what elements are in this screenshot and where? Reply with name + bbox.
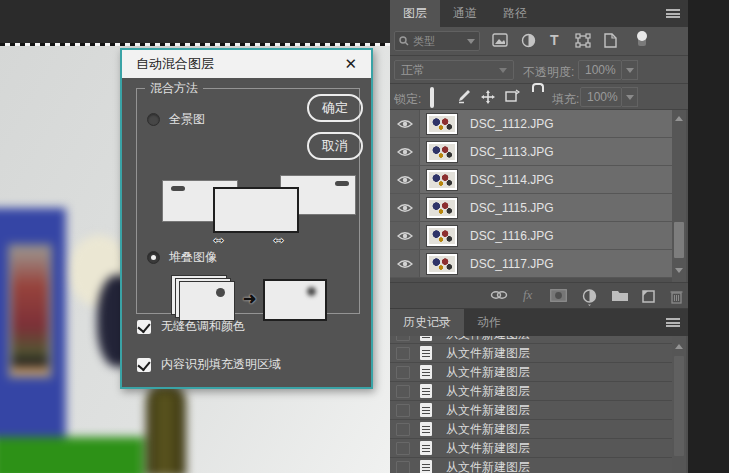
close-icon[interactable]: ✕ — [340, 55, 361, 73]
layer-thumbnail[interactable] — [426, 113, 458, 135]
link-layers-icon[interactable] — [490, 289, 508, 301]
tab-actions[interactable]: 动作 — [464, 309, 514, 336]
lock-row: 锁定: 填充: 100% — [390, 84, 688, 110]
layer-name[interactable]: DSC_1112.JPG — [470, 117, 554, 131]
filter-type-layers-icon[interactable]: T — [550, 32, 559, 48]
scroll-down-icon[interactable] — [675, 268, 683, 273]
layer-row[interactable]: DSC_1115.JPG — [390, 194, 672, 222]
layers-scrollbar[interactable] — [672, 110, 686, 282]
layer-name[interactable]: DSC_1113.JPG — [470, 145, 554, 159]
scroll-up-icon[interactable] — [675, 116, 683, 121]
lock-artboard-icon[interactable] — [504, 89, 520, 104]
panel-stack: 图层 通道 路径 类型 T 正常 — [390, 0, 688, 473]
history-step[interactable]: 从文件新建图层 — [390, 420, 672, 439]
filter-shape-layers-icon[interactable] — [575, 33, 591, 48]
radio-panorama[interactable]: 全景图 — [147, 111, 205, 128]
history-source-well[interactable] — [396, 404, 410, 417]
scroll-up-icon[interactable] — [675, 344, 683, 349]
history-source-well[interactable] — [396, 385, 410, 398]
checkbox-content-aware-box[interactable] — [137, 358, 151, 372]
blend-mode-select[interactable]: 正常 — [394, 60, 514, 80]
ok-button[interactable]: 确定 — [307, 94, 363, 122]
layer-name[interactable]: DSC_1116.JPG — [470, 229, 554, 243]
layer-row[interactable]: DSC_1112.JPG — [390, 110, 672, 138]
history-step-icon — [420, 422, 432, 436]
history-step[interactable]: 从文件新建图层 — [390, 458, 672, 473]
layer-name[interactable]: DSC_1114.JPG — [470, 173, 554, 187]
pano-photo-center — [213, 187, 299, 233]
fill-label: 填充: — [552, 91, 579, 108]
visibility-toggle[interactable] — [390, 110, 420, 137]
blend-method-label: 混合方法 — [145, 80, 203, 97]
panel-menu-icon[interactable] — [666, 9, 680, 18]
history-source-well[interactable] — [396, 336, 410, 341]
layer-row[interactable]: DSC_1114.JPG — [390, 166, 672, 194]
filter-toggle-icon[interactable] — [636, 30, 648, 48]
tab-channels[interactable]: 通道 — [440, 0, 490, 27]
fill-dropdown-button[interactable] — [622, 87, 638, 107]
visibility-toggle[interactable] — [390, 166, 420, 193]
checkbox-content-aware[interactable]: 内容识别填充透明区域 — [137, 356, 281, 373]
fill-input[interactable]: 100% — [580, 87, 622, 107]
checkbox-seamless-box[interactable] — [137, 320, 151, 334]
layer-thumbnail[interactable] — [426, 253, 458, 275]
history-source-well[interactable] — [396, 366, 410, 379]
adjustment-layer-icon[interactable] — [582, 289, 597, 306]
layer-name[interactable]: DSC_1117.JPG — [470, 257, 554, 271]
visibility-toggle[interactable] — [390, 138, 420, 165]
layer-thumbnail[interactable] — [426, 225, 458, 247]
scrollbar-thumb[interactable] — [674, 356, 684, 456]
layer-row[interactable]: DSC_1113.JPG — [390, 138, 672, 166]
history-source-well[interactable] — [396, 347, 410, 360]
history-step-icon — [420, 365, 432, 379]
layer-thumbnail[interactable] — [426, 169, 458, 191]
history-step[interactable]: 从文件新建图层 — [390, 344, 672, 363]
layer-row[interactable]: DSC_1117.JPG — [390, 250, 672, 278]
lock-image-pixels-icon[interactable] — [456, 89, 471, 104]
delete-layer-icon[interactable] — [670, 289, 683, 304]
layer-style-icon[interactable]: fx — [523, 287, 532, 303]
layer-name[interactable]: DSC_1115.JPG — [470, 201, 554, 215]
opacity-dropdown-button[interactable] — [622, 60, 638, 80]
history-step[interactable]: 从文件新建图层 — [390, 382, 672, 401]
history-source-well[interactable] — [396, 461, 410, 473]
tab-paths[interactable]: 路径 — [490, 0, 540, 27]
tab-layers[interactable]: 图层 — [390, 0, 440, 27]
filter-smart-objects-icon[interactable] — [604, 33, 617, 48]
new-layer-icon[interactable] — [641, 289, 656, 304]
filter-adjustment-layers-icon[interactable] — [521, 33, 536, 48]
history-step[interactable]: 从文件新建图层 — [390, 336, 672, 344]
visibility-toggle[interactable] — [390, 250, 420, 277]
tab-history[interactable]: 历史记录 — [390, 309, 464, 336]
layer-thumbnail[interactable] — [426, 141, 458, 163]
history-source-well[interactable] — [396, 442, 410, 455]
panel-menu-icon[interactable] — [666, 318, 680, 327]
visibility-toggle[interactable] — [390, 194, 420, 221]
history-scrollbar[interactable] — [672, 336, 686, 473]
checkbox-seamless-tones[interactable]: 无缝色调和颜色 — [137, 318, 245, 335]
history-source-well[interactable] — [396, 423, 410, 436]
dialog-body: 混合方法 全景图 ↔ ↔ — [122, 78, 371, 387]
lock-transparent-pixels-icon[interactable] — [430, 89, 434, 107]
opacity-input[interactable]: 100% — [578, 60, 622, 80]
filter-pixel-layers-icon[interactable] — [492, 33, 508, 47]
radio-stack-images[interactable]: 堆叠图像 — [147, 249, 217, 266]
scrollbar-thumb[interactable] — [674, 222, 684, 258]
history-step[interactable]: 从文件新建图层 — [390, 363, 672, 382]
history-step-label: 从文件新建图层 — [446, 440, 530, 457]
cancel-button[interactable]: 取消 — [307, 132, 363, 160]
radio-stack-circle[interactable] — [147, 251, 160, 264]
dialog-title-bar[interactable]: 自动混合图层 ✕ — [122, 50, 371, 78]
new-group-icon[interactable] — [611, 289, 629, 302]
layer-filter-type-select[interactable]: 类型 — [394, 31, 480, 51]
add-mask-icon[interactable] — [550, 289, 567, 302]
layer-row[interactable]: DSC_1116.JPG — [390, 222, 672, 250]
history-step[interactable]: 从文件新建图层 — [390, 401, 672, 420]
history-step-label: 从文件新建图层 — [446, 345, 530, 362]
layer-thumbnail[interactable] — [426, 197, 458, 219]
history-step[interactable]: 从文件新建图层 — [390, 439, 672, 458]
radio-panorama-circle[interactable] — [147, 113, 160, 126]
visibility-toggle[interactable] — [390, 222, 420, 249]
history-step-label: 从文件新建图层 — [446, 336, 530, 343]
lock-position-icon[interactable] — [480, 89, 496, 105]
